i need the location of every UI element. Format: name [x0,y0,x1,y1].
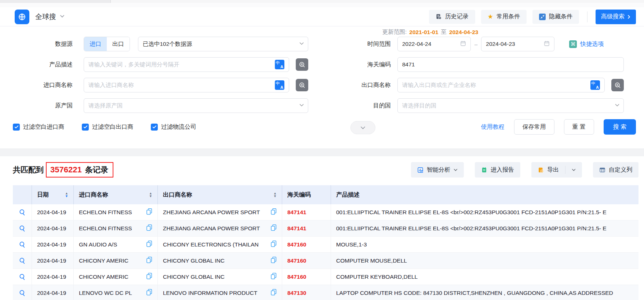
history-button[interactable]: 历史记录 [429,10,475,24]
copy-icon[interactable] [268,240,277,249]
search-form: 更新范围: 2021-01-01 至 2024-04-23 数据源 进口 出口 … [0,26,644,149]
table-row: 2024-04-19 CHICONY AMERIC CHICONY GLOBAL… [13,253,638,269]
exporter-inputbox: 中 A [397,78,605,92]
svg-text:BI: BI [421,170,423,172]
filter-blank-importer[interactable]: 过滤空白进口商 [13,123,64,131]
translate-icon[interactable]: 中 A [590,80,600,90]
magnifier-icon [19,241,26,248]
time-range-label: 时间范围 [332,40,391,48]
translate-icon[interactable]: 中 A [275,60,284,69]
checkbox-checked-icon[interactable] [82,124,89,131]
sort-carets[interactable]: ▲▼ [65,192,68,198]
cell-product-desc: COMPUTER KEYBOARD,DELL [331,269,638,285]
sort-carets[interactable]: ▲▼ [149,192,152,198]
cell-date: 2024-04-19 [32,237,74,252]
copy-icon[interactable] [143,240,152,249]
divider [587,11,587,22]
import-export-toggle: 进口 出口 [84,37,130,51]
export-button[interactable]: 导出 [531,162,582,178]
header-icon-column [13,185,32,204]
chevron-down-icon[interactable] [60,15,64,19]
copy-icon[interactable] [143,289,152,297]
copy-icon[interactable] [268,208,277,216]
magnifier-icon [19,257,26,264]
row-detail-button[interactable] [13,253,32,268]
update-range-end: 2024-04-23 [449,29,478,36]
chevron-right-icon [627,15,630,19]
sort-carets[interactable]: ▲▼ [273,192,277,198]
form-actions: 使用教程 保存常用 重 置 搜 索 [481,119,636,135]
expand-more-conditions-button[interactable] [350,121,375,134]
row-detail-button[interactable] [13,237,32,252]
row-detail-button[interactable] [13,269,32,285]
chevron-down-icon [360,126,365,129]
result-count: 3576221 [50,165,82,175]
row-detail-button[interactable] [13,285,32,300]
magnifier-icon [19,273,26,281]
collapse-arrows-icon [539,14,546,20]
browser-chrome-strip2 [0,3,644,7]
copy-icon[interactable] [268,256,277,265]
tutorial-link[interactable]: 使用教程 [481,123,505,131]
hs-code-input[interactable] [402,61,619,68]
copy-icon[interactable] [143,272,152,281]
fuzzy-search-toggle[interactable] [296,79,308,91]
product-desc-input[interactable] [88,61,272,68]
cell-date: 2024-04-19 [32,269,74,285]
table-columns-icon [599,167,605,173]
copy-icon[interactable] [268,289,277,297]
enter-report-button[interactable]: 进入报告 [475,162,520,178]
translate-icon[interactable]: 中 A [275,80,284,90]
fuzzy-search-toggle[interactable] [296,58,308,71]
divider [565,166,565,174]
header-importer[interactable]: 进口商名称 ▲▼ [74,185,158,204]
row-detail-button[interactable] [13,204,32,220]
save-common-button[interactable]: 保存常用 [514,119,554,135]
search-button[interactable]: 搜 索 [604,119,636,135]
filter-logistics[interactable]: 过滤物流公司 [151,123,196,131]
product-desc-label: 产品描述 [0,61,73,69]
filter-blank-exporter[interactable]: 过滤空白出口商 [82,123,133,131]
importer-input[interactable] [88,82,272,88]
importer-label: 进口商名称 [0,81,73,89]
reset-button[interactable]: 重 置 [564,119,594,135]
section-divider [0,149,644,156]
quick-options-link[interactable]: ⌘ 快捷选项 [569,40,604,48]
cell-product-desc: LAPTOP COMPUTER HS CODE: 847130 DISTRICT… [331,285,638,300]
destination-select[interactable]: 请选择目的国 [397,98,624,113]
browser-chrome-strip [0,0,644,3]
row-detail-button[interactable] [13,220,32,236]
header-exporter[interactable]: 出口商名称 ▲▼ [158,185,282,204]
cell-date: 2024-04-19 [32,285,74,300]
header-date[interactable]: 日期 ▲▼ [32,185,74,204]
smart-analysis-button[interactable]: BI 智能分析 [411,162,464,178]
topbar: 全球搜 历史记录 ★ 常用条件 隐藏条件 [0,7,644,26]
exporter-input[interactable] [402,82,587,88]
fuzzy-search-toggle[interactable] [611,79,624,91]
copy-icon[interactable] [268,272,277,281]
hide-conditions-button[interactable]: 隐藏条件 [532,10,579,24]
copy-icon[interactable] [268,224,277,233]
date-end-input[interactable]: 2024-04-23 [481,37,554,51]
results-section: 共匹配到 3576221 条记录 BI 智能分析 [0,156,644,300]
toggle-import[interactable]: 进口 [84,37,107,51]
magnifier-lines-icon [299,61,306,68]
data-source-select[interactable]: 已选中102个数据源 [138,37,308,51]
checkbox-checked-icon[interactable] [151,124,158,131]
custom-columns-button[interactable]: 自定义列 [593,162,638,178]
copy-icon[interactable] [143,208,152,216]
magnifier-icon [19,289,26,297]
cell-exporter: CHICONY ELECTRONICS (THAILAN [158,237,282,252]
copy-icon[interactable] [143,256,152,265]
date-start-input[interactable]: 2022-04-24 [397,37,471,51]
copy-icon[interactable] [143,224,152,233]
origin-label: 原产国 [0,102,73,110]
origin-select[interactable]: 请选择原产国 [84,98,308,113]
toggle-export[interactable]: 出口 [107,37,130,51]
advanced-search-button[interactable]: 高级搜索 [596,10,636,24]
hs-code-label: 海关编码 [332,61,391,69]
favorites-button[interactable]: ★ 常用条件 [481,10,527,24]
cell-exporter: ZHEJIANG ARCANA POWER SPORT [158,204,282,220]
chevron-down-icon [299,104,303,108]
checkbox-checked-icon[interactable] [13,124,20,131]
